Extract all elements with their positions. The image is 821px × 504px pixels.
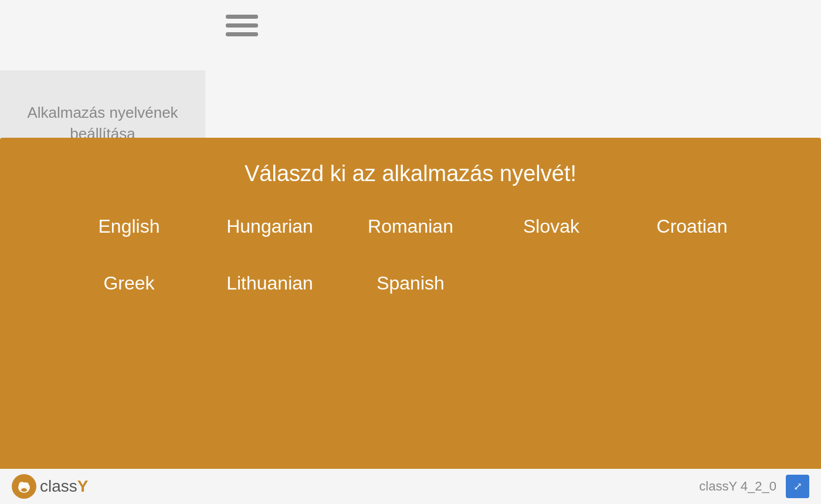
logo-area: classY [12,474,88,499]
lang-slovak[interactable]: Slovak [481,216,622,237]
lang-empty-1 [481,273,622,294]
language-grid: English Hungarian Romanian Slovak Croati… [35,216,786,294]
hamburger-menu[interactable] [226,15,258,36]
logo-text: classY [40,477,88,496]
lang-lithuanian[interactable]: Lithuanian [199,273,340,294]
svg-point-11 [24,482,29,487]
expand-icon: ⤢ [793,480,802,493]
logo-y: Y [77,477,89,495]
lang-spanish[interactable]: Spanish [340,273,481,294]
lang-empty-2 [622,273,762,294]
overlay-title: Válaszd ki az alkalmazás nyelvét! [35,161,786,186]
expand-button[interactable]: ⤢ [786,475,809,498]
lang-hungarian[interactable]: Hungarian [199,216,340,237]
bottom-bar: classY classY 4_2_0 ⤢ [0,469,821,504]
svg-point-12 [21,488,27,492]
hamburger-line-3 [226,32,258,36]
logo-icon [12,474,36,499]
version-text: classY 4_2_0 [699,479,776,494]
lang-english[interactable]: English [59,216,199,237]
lang-romanian[interactable]: Romanian [340,216,481,237]
lang-greek[interactable]: Greek [59,273,199,294]
hamburger-line-2 [226,23,258,28]
lang-croatian[interactable]: Croatian [622,216,762,237]
hamburger-line-1 [226,15,258,19]
svg-point-10 [19,482,25,488]
language-selection-overlay: Válaszd ki az alkalmazás nyelvét! Englis… [0,138,821,475]
bottom-right: classY 4_2_0 ⤢ [699,475,809,498]
